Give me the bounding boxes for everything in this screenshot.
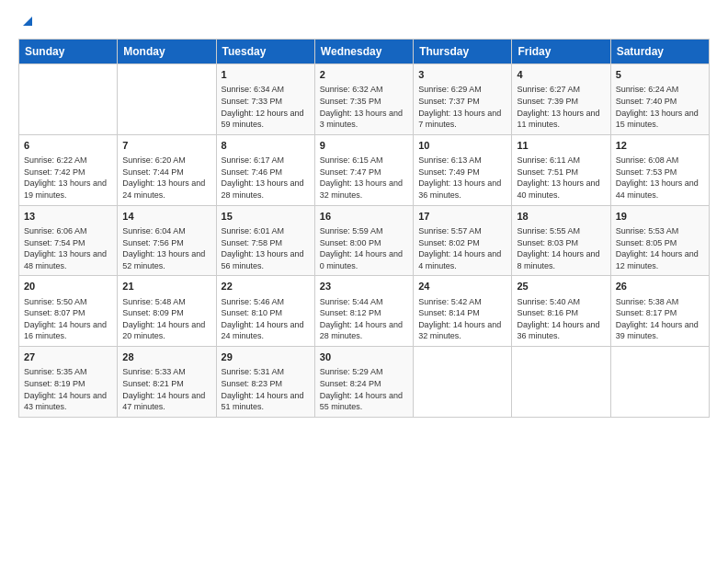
day-daylight: Daylight: 14 hours and 55 minutes.	[320, 390, 408, 413]
day-info: Sunrise: 6:17 AM	[222, 155, 310, 167]
day-daylight: Daylight: 14 hours and 39 minutes.	[616, 319, 704, 342]
day-daylight: Daylight: 13 hours and 32 minutes.	[320, 178, 408, 201]
day-info: Sunrise: 6:34 AM	[222, 84, 310, 96]
day-number: 12	[616, 139, 704, 153]
day-number: 25	[517, 280, 605, 293]
day-info: Sunrise: 6:11 AM	[517, 155, 605, 167]
day-number: 19	[616, 210, 704, 224]
day-info: Sunrise: 5:40 AM	[517, 296, 605, 308]
day-info: Sunrise: 5:55 AM	[517, 225, 605, 237]
day-cell: 26Sunrise: 5:38 AMSunset: 8:17 PMDayligh…	[610, 276, 709, 347]
week-row-5: 27Sunrise: 5:35 AMSunset: 8:19 PMDayligh…	[19, 347, 710, 418]
day-sunset: Sunset: 7:39 PM	[517, 96, 605, 108]
day-sunset: Sunset: 7:35 PM	[320, 96, 408, 108]
day-cell	[118, 64, 216, 135]
day-sunset: Sunset: 7:33 PM	[222, 96, 310, 108]
day-sunset: Sunset: 8:00 PM	[320, 237, 408, 249]
day-number: 17	[418, 210, 506, 224]
day-cell: 3Sunrise: 6:29 AMSunset: 7:37 PMDaylight…	[414, 64, 512, 135]
day-cell: 27Sunrise: 5:35 AMSunset: 8:19 PMDayligh…	[19, 347, 118, 418]
day-daylight: Daylight: 14 hours and 16 minutes.	[24, 319, 112, 342]
day-info: Sunrise: 6:15 AM	[320, 155, 408, 167]
day-sunset: Sunset: 7:58 PM	[222, 237, 310, 249]
day-daylight: Daylight: 13 hours and 15 minutes.	[616, 108, 704, 131]
week-row-4: 20Sunrise: 5:50 AMSunset: 8:07 PMDayligh…	[19, 276, 710, 347]
day-cell: 18Sunrise: 5:55 AMSunset: 8:03 PMDayligh…	[512, 205, 610, 276]
day-cell: 16Sunrise: 5:59 AMSunset: 8:00 PMDayligh…	[314, 205, 413, 276]
day-sunset: Sunset: 7:40 PM	[616, 96, 704, 108]
day-daylight: Daylight: 14 hours and 32 minutes.	[418, 319, 506, 342]
day-sunset: Sunset: 7:42 PM	[24, 167, 112, 178]
day-info: Sunrise: 6:13 AM	[418, 155, 506, 167]
day-info: Sunrise: 5:42 AM	[418, 296, 506, 308]
day-sunset: Sunset: 8:09 PM	[122, 307, 210, 319]
day-number: 16	[320, 210, 408, 224]
day-sunset: Sunset: 7:37 PM	[418, 96, 506, 108]
day-info: Sunrise: 6:01 AM	[222, 225, 310, 237]
header-cell-wednesday: Wednesday	[314, 40, 413, 64]
day-sunset: Sunset: 8:10 PM	[222, 307, 310, 319]
day-info: Sunrise: 5:53 AM	[616, 225, 704, 237]
logo	[18, 15, 36, 29]
day-daylight: Daylight: 14 hours and 12 minutes.	[616, 248, 704, 271]
day-cell: 1Sunrise: 6:34 AMSunset: 7:33 PMDaylight…	[216, 64, 314, 135]
day-info: Sunrise: 5:48 AM	[122, 296, 210, 308]
day-info: Sunrise: 5:59 AM	[320, 225, 408, 237]
day-daylight: Daylight: 13 hours and 36 minutes.	[418, 178, 506, 201]
day-cell	[512, 347, 610, 418]
day-info: Sunrise: 5:38 AM	[616, 296, 704, 308]
day-sunset: Sunset: 7:44 PM	[122, 167, 210, 178]
day-number: 10	[418, 139, 506, 153]
day-info: Sunrise: 6:32 AM	[320, 84, 408, 96]
day-daylight: Daylight: 13 hours and 11 minutes.	[517, 108, 605, 131]
day-sunset: Sunset: 7:46 PM	[222, 167, 310, 178]
day-daylight: Daylight: 13 hours and 3 minutes.	[320, 108, 408, 131]
day-number: 26	[616, 280, 704, 293]
day-number: 20	[24, 280, 112, 293]
day-daylight: Daylight: 14 hours and 4 minutes.	[418, 248, 506, 271]
day-cell: 29Sunrise: 5:31 AMSunset: 8:23 PMDayligh…	[216, 347, 314, 418]
day-cell: 4Sunrise: 6:27 AMSunset: 7:39 PMDaylight…	[512, 64, 610, 135]
day-sunset: Sunset: 8:07 PM	[24, 307, 112, 319]
week-row-3: 13Sunrise: 6:06 AMSunset: 7:54 PMDayligh…	[19, 205, 710, 276]
day-number: 9	[320, 139, 408, 153]
day-daylight: Daylight: 14 hours and 0 minutes.	[320, 248, 408, 271]
day-sunset: Sunset: 8:02 PM	[418, 237, 506, 249]
day-cell: 13Sunrise: 6:06 AMSunset: 7:54 PMDayligh…	[19, 205, 118, 276]
day-sunset: Sunset: 7:53 PM	[616, 167, 704, 178]
day-cell: 10Sunrise: 6:13 AMSunset: 7:49 PMDayligh…	[414, 134, 512, 205]
day-number: 6	[24, 139, 112, 153]
header	[18, 15, 710, 29]
header-cell-sunday: Sunday	[19, 40, 118, 64]
logo-icon	[19, 13, 36, 29]
week-row-2: 6Sunrise: 6:22 AMSunset: 7:42 PMDaylight…	[19, 134, 710, 205]
day-cell: 8Sunrise: 6:17 AMSunset: 7:46 PMDaylight…	[216, 134, 314, 205]
day-number: 7	[122, 139, 210, 153]
day-number: 23	[320, 280, 408, 293]
day-sunset: Sunset: 7:49 PM	[418, 167, 506, 178]
week-row-1: 1Sunrise: 6:34 AMSunset: 7:33 PMDaylight…	[19, 64, 710, 135]
day-daylight: Daylight: 13 hours and 7 minutes.	[418, 108, 506, 131]
day-cell: 23Sunrise: 5:44 AMSunset: 8:12 PMDayligh…	[314, 276, 413, 347]
day-info: Sunrise: 5:31 AM	[222, 366, 310, 378]
day-daylight: Daylight: 13 hours and 24 minutes.	[122, 178, 210, 201]
day-number: 29	[222, 350, 310, 364]
day-info: Sunrise: 6:08 AM	[616, 155, 704, 167]
day-cell: 22Sunrise: 5:46 AMSunset: 8:10 PMDayligh…	[216, 276, 314, 347]
day-number: 22	[222, 280, 310, 293]
day-number: 27	[24, 350, 112, 364]
day-info: Sunrise: 6:22 AM	[24, 155, 112, 167]
day-info: Sunrise: 5:33 AM	[122, 366, 210, 378]
day-cell: 5Sunrise: 6:24 AMSunset: 7:40 PMDaylight…	[610, 64, 709, 135]
day-sunset: Sunset: 7:56 PM	[122, 237, 210, 249]
header-cell-saturday: Saturday	[610, 40, 709, 64]
day-info: Sunrise: 6:04 AM	[122, 225, 210, 237]
day-cell: 17Sunrise: 5:57 AMSunset: 8:02 PMDayligh…	[414, 205, 512, 276]
day-info: Sunrise: 5:29 AM	[320, 366, 408, 378]
day-info: Sunrise: 5:46 AM	[222, 296, 310, 308]
day-number: 3	[418, 68, 506, 82]
day-daylight: Daylight: 14 hours and 20 minutes.	[122, 319, 210, 342]
day-cell	[610, 347, 709, 418]
day-sunset: Sunset: 8:21 PM	[122, 378, 210, 390]
day-cell: 9Sunrise: 6:15 AMSunset: 7:47 PMDaylight…	[314, 134, 413, 205]
